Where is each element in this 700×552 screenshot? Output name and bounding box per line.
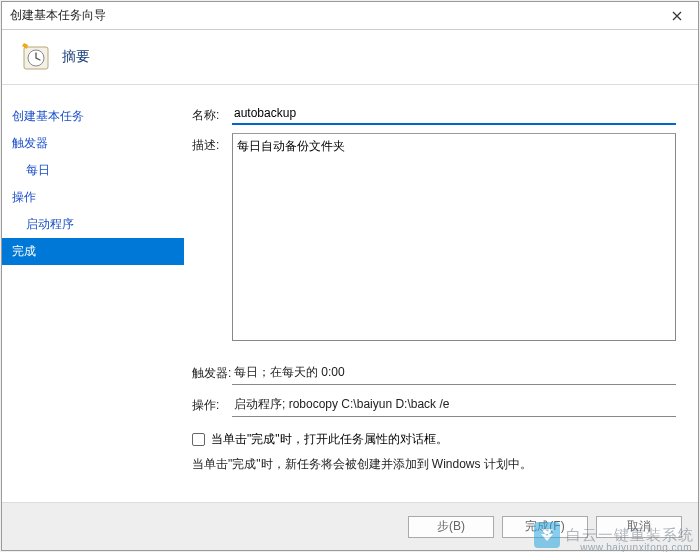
sidebar-item-create-task[interactable]: 创建基本任务 xyxy=(2,103,184,130)
cancel-button[interactable]: 取消 xyxy=(596,516,682,538)
sidebar: 创建基本任务 触发器 每日 操作 启动程序 完成 xyxy=(2,85,184,502)
close-icon xyxy=(672,11,682,21)
open-properties-checkbox[interactable] xyxy=(192,433,205,446)
desc-row: 描述: xyxy=(192,133,676,341)
trigger-value: 每日；在每天的 0:00 xyxy=(232,361,676,385)
open-properties-row: 当单击"完成"时，打开此任务属性的对话框。 xyxy=(192,431,676,448)
action-value: 启动程序; robocopy C:\baiyun D:\back /e xyxy=(232,393,676,417)
task-wizard-icon xyxy=(20,43,50,71)
sidebar-item-daily[interactable]: 每日 xyxy=(2,157,184,184)
action-row: 操作: 启动程序; robocopy C:\baiyun D:\back /e xyxy=(192,393,676,417)
main-panel: 名称: 描述: 触发器: 每日；在每天的 0:00 操作: 启动程序; robo… xyxy=(184,85,698,502)
trigger-label: 触发器: xyxy=(192,361,232,382)
page-title: 摘要 xyxy=(62,48,90,66)
wizard-window: 创建基本任务向导 摘要 创建基本任务 触发器 每日 操作 启动程序 完成 xyxy=(1,1,699,551)
wizard-body: 创建基本任务 触发器 每日 操作 启动程序 完成 名称: 描述: 触发器: 每日… xyxy=(2,85,698,502)
back-button[interactable]: 步(B) xyxy=(408,516,494,538)
sidebar-item-action[interactable]: 操作 xyxy=(2,184,184,211)
hint-text: 当单击"完成"时，新任务将会被创建并添加到 Windows 计划中。 xyxy=(192,456,676,473)
desc-textarea[interactable] xyxy=(232,133,676,341)
trigger-row: 触发器: 每日；在每天的 0:00 xyxy=(192,361,676,385)
titlebar: 创建基本任务向导 xyxy=(2,2,698,30)
finish-button[interactable]: 完成(F) xyxy=(502,516,588,538)
window-title: 创建基本任务向导 xyxy=(10,7,656,24)
desc-label: 描述: xyxy=(192,133,232,154)
sidebar-item-trigger[interactable]: 触发器 xyxy=(2,130,184,157)
sidebar-item-finish[interactable]: 完成 xyxy=(2,238,184,265)
watermark-url: www.baiyunxitong.com xyxy=(580,542,692,552)
close-button[interactable] xyxy=(656,2,698,30)
sidebar-item-start-program[interactable]: 启动程序 xyxy=(2,211,184,238)
name-input[interactable] xyxy=(232,103,676,125)
open-properties-label: 当单击"完成"时，打开此任务属性的对话框。 xyxy=(211,431,448,448)
action-label: 操作: xyxy=(192,393,232,414)
wizard-header: 摘要 xyxy=(2,30,698,85)
name-row: 名称: xyxy=(192,103,676,125)
name-label: 名称: xyxy=(192,103,232,124)
